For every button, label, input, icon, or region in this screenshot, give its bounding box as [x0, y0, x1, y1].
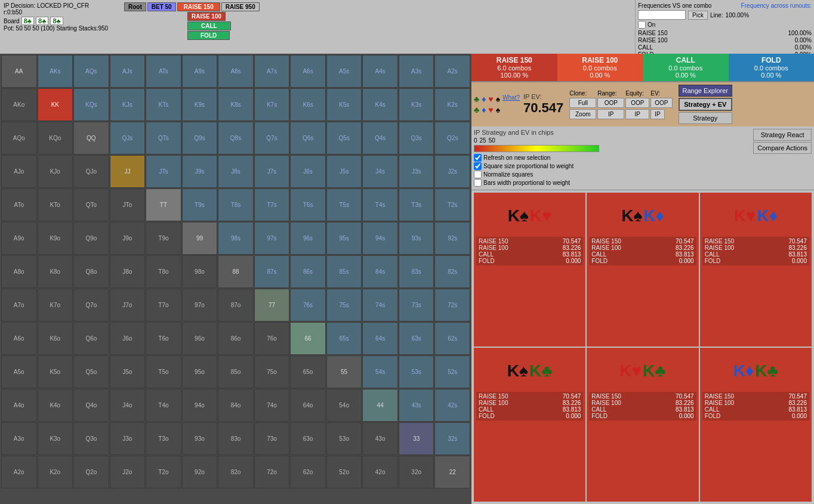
matrix-cell[interactable]: A6s: [290, 55, 326, 88]
matrix-cell[interactable]: 95o: [182, 355, 218, 388]
matrix-cell[interactable]: Q4o: [73, 389, 109, 422]
matrix-cell[interactable]: J6s: [290, 155, 326, 188]
matrix-cell[interactable]: A9s: [182, 55, 218, 88]
matrix-cell[interactable]: K9o: [38, 222, 73, 255]
matrix-cell[interactable]: 83o: [218, 422, 254, 455]
matrix-cell[interactable]: 84s: [362, 255, 398, 288]
matrix-cell[interactable]: 93o: [182, 422, 218, 455]
matrix-cell[interactable]: J4o: [110, 389, 146, 422]
zoom-btn[interactable]: Zoom: [569, 109, 596, 119]
on-checkbox[interactable]: [638, 21, 646, 29]
matrix-cell[interactable]: 75s: [326, 289, 362, 321]
matrix-cell[interactable]: K5o: [38, 355, 73, 388]
matrix-cell[interactable]: A3o: [1, 422, 37, 455]
ip-btn-2[interactable]: IP: [625, 109, 649, 119]
matrix-cell[interactable]: 43o: [362, 422, 398, 455]
matrix-cell[interactable]: 85o: [218, 355, 254, 388]
matrix-cell[interactable]: Q2s: [434, 122, 470, 154]
matrix-cell[interactable]: 73s: [399, 289, 434, 321]
matrix-cell[interactable]: T7o: [146, 289, 181, 321]
matrix-cell[interactable]: AJo: [1, 155, 37, 188]
matrix-cell[interactable]: 64o: [290, 389, 326, 422]
matrix-cell[interactable]: KTo: [38, 188, 73, 221]
matrix-cell[interactable]: ATo: [1, 188, 37, 221]
matrix-cell[interactable]: 87s: [254, 255, 290, 288]
matrix-cell[interactable]: T8s: [218, 188, 254, 221]
matrix-cell[interactable]: 72o: [254, 456, 290, 488]
matrix-cell[interactable]: T6o: [146, 322, 181, 355]
matrix-cell[interactable]: K7o: [38, 289, 73, 321]
matrix-cell[interactable]: 97o: [182, 289, 218, 321]
raise950-btn[interactable]: RAISE 950: [221, 2, 260, 11]
matrix-cell[interactable]: 54s: [362, 355, 398, 388]
matrix-cell[interactable]: 94s: [362, 222, 398, 255]
matrix-cell[interactable]: K7s: [254, 88, 290, 121]
matrix-cell[interactable]: QTo: [73, 188, 109, 221]
matrix-cell[interactable]: J7s: [254, 155, 290, 188]
matrix-cell[interactable]: KK: [38, 88, 73, 121]
oop-btn-1[interactable]: OOP: [597, 98, 624, 108]
matrix-cell[interactable]: KQo: [38, 122, 73, 154]
matrix-cell[interactable]: JTo: [110, 188, 146, 221]
matrix-cell[interactable]: 66: [290, 322, 326, 355]
matrix-cell[interactable]: Q6s: [290, 122, 326, 154]
matrix-cell[interactable]: AQo: [1, 122, 37, 154]
matrix-cell[interactable]: 43s: [399, 389, 434, 422]
matrix-cell[interactable]: A8o: [1, 255, 37, 288]
matrix-cell[interactable]: T4s: [362, 188, 398, 221]
matrix-cell[interactable]: Q3o: [73, 422, 109, 455]
matrix-cell[interactable]: 32s: [434, 422, 470, 455]
matrix-cell[interactable]: J5o: [110, 355, 146, 388]
matrix-cell[interactable]: 77: [254, 289, 290, 321]
matrix-cell[interactable]: 52o: [326, 456, 362, 488]
freq-input[interactable]: [638, 10, 686, 20]
matrix-cell[interactable]: K2s: [434, 88, 470, 121]
matrix-cell[interactable]: 97s: [254, 222, 290, 255]
matrix-cell[interactable]: 86s: [290, 255, 326, 288]
matrix-cell[interactable]: Q5s: [326, 122, 362, 154]
matrix-cell[interactable]: 76s: [290, 289, 326, 321]
range-explorer-btn[interactable]: Range Explorer: [679, 85, 732, 97]
matrix-cell[interactable]: QQ: [73, 122, 109, 154]
matrix-cell[interactable]: J3s: [399, 155, 434, 188]
matrix-cell[interactable]: Q4s: [362, 122, 398, 154]
compare-actions-btn[interactable]: Compare Actions: [753, 142, 812, 154]
matrix-cell[interactable]: A5o: [1, 355, 37, 388]
matrix-cell[interactable]: T9s: [182, 188, 218, 221]
matrix-cell[interactable]: 99: [182, 222, 218, 255]
matrix-cell[interactable]: K4o: [38, 389, 73, 422]
matrix-cell[interactable]: Q3s: [399, 122, 434, 154]
matrix-cell[interactable]: A4o: [1, 389, 37, 422]
matrix-cell[interactable]: Q8o: [73, 255, 109, 288]
call-btn[interactable]: CALL: [187, 21, 231, 30]
matrix-cell[interactable]: 85s: [326, 255, 362, 288]
matrix-cell[interactable]: T2s: [434, 188, 470, 221]
matrix-cell[interactable]: J2s: [434, 155, 470, 188]
ip-btn-1[interactable]: IP: [597, 109, 624, 119]
matrix-cell[interactable]: J4s: [362, 155, 398, 188]
matrix-cell[interactable]: 82o: [218, 456, 254, 488]
matrix-cell[interactable]: 53s: [399, 355, 434, 388]
matrix-cell[interactable]: 22: [434, 456, 470, 488]
matrix-cell[interactable]: 63o: [290, 422, 326, 455]
matrix-cell[interactable]: J3o: [110, 422, 146, 455]
matrix-cell[interactable]: 52s: [434, 355, 470, 388]
matrix-cell[interactable]: A9o: [1, 222, 37, 255]
strategy-ev-btn[interactable]: Strategy + EV: [679, 98, 732, 111]
matrix-cell[interactable]: T3s: [399, 188, 434, 221]
matrix-cell[interactable]: 32o: [399, 456, 434, 488]
matrix-cell[interactable]: TT: [146, 188, 181, 221]
matrix-cell[interactable]: 42o: [362, 456, 398, 488]
matrix-cell[interactable]: 98s: [218, 222, 254, 255]
matrix-cell[interactable]: J8o: [110, 255, 146, 288]
matrix-cell[interactable]: J9s: [182, 155, 218, 188]
matrix-cell[interactable]: A2s: [434, 55, 470, 88]
matrix-cell[interactable]: QJs: [110, 122, 146, 154]
matrix-cell[interactable]: Q5o: [73, 355, 109, 388]
what-link[interactable]: What?: [502, 94, 520, 104]
matrix-cell[interactable]: Q2o: [73, 456, 109, 488]
matrix-cell[interactable]: 55: [326, 355, 362, 388]
matrix-cell[interactable]: A7o: [1, 289, 37, 321]
matrix-cell[interactable]: AA: [1, 55, 37, 88]
matrix-cell[interactable]: A4s: [362, 55, 398, 88]
